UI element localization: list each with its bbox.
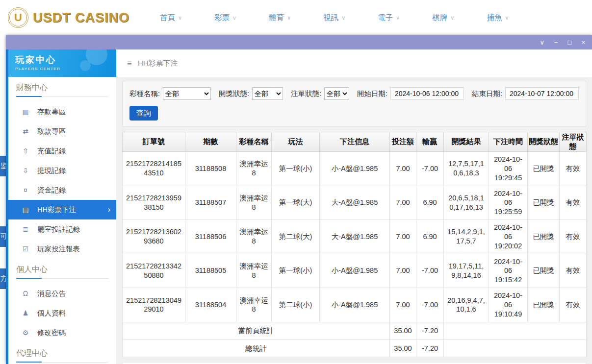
cell-period: 31188507 (185, 186, 236, 220)
start-date-input[interactable] (390, 87, 464, 100)
sidebar-item-withdraw-record[interactable]: ⇩提現記錄 (8, 161, 116, 180)
page-summary-empty (444, 322, 587, 340)
cell-play-type: 第一球(小) (272, 254, 320, 288)
draw-status-label: 開獎狀態: (219, 89, 249, 98)
page-summary-bet-amount: 35.00 (390, 322, 416, 340)
recharge-record-icon: ⇧ (21, 147, 30, 155)
table-row: 2152172821360293680 31188506 澳洲幸运8 第二球(大… (123, 220, 587, 254)
total-summary-row: 總統計 35.00 -7.20 (123, 340, 587, 357)
cell-play-type: 第二球(小) (272, 288, 320, 322)
cell-bet-time: 2024-10-06 19:20:02 (489, 220, 528, 254)
sidebar-header: 玩家中心 PLAYERS CENTER (8, 49, 116, 77)
order-status-select[interactable]: 全部 (324, 87, 349, 100)
chevron-down-icon: ∨ (232, 15, 236, 21)
withdraw-record-icon: ⇩ (21, 167, 30, 174)
page-summary-win-loss: -7.20 (416, 322, 444, 340)
filter-panel: 彩種名稱: 全部 開獎狀態: 全部 注單狀態: 全部 開始日期: 結束日期: 查… (122, 81, 586, 127)
page-summary-row: 當前頁統計 35.00 -7.20 (123, 322, 587, 340)
search-button[interactable]: 查詢 (129, 106, 158, 121)
content-area: 彩種名稱: 全部 開獎狀態: 全部 注單狀態: 全部 開始日期: 結束日期: 查… (116, 78, 592, 364)
sidebar-item-player-report[interactable]: ☑玩家投注報表 (8, 239, 116, 259)
profile-user-icon: ♟ (21, 309, 30, 317)
cell-order-status: 有效 (560, 220, 587, 254)
sidebar-item-label: 玩家投注報表 (37, 244, 80, 254)
sidebar-item-label: 資金記錄 (37, 186, 66, 195)
window-chevron-icon[interactable]: ∨ (540, 39, 544, 46)
cell-bet-amount: 7.00 (390, 220, 416, 254)
sidebar-item-funds-record[interactable]: ¤資金記錄 (8, 180, 116, 200)
col-header-lottery-name: 彩種名稱 (236, 132, 272, 152)
sidebar-item-recharge-record[interactable]: ⇧充值記錄 (8, 141, 116, 161)
table-footer: 每頁顯示20條 共5条 首页 上一页 1 下一页 第 页 跳转 (122, 362, 586, 364)
cell-bet-info: 大-A盤@1.985 (320, 220, 390, 254)
order-status-label: 注單狀態: (291, 89, 321, 98)
edge-floating-tab[interactable]: 监 (0, 156, 6, 176)
start-date-label: 開始日期: (357, 89, 387, 98)
window-close-icon[interactable]: × (581, 39, 585, 46)
sidebar-item-room-bet-record[interactable]: ≣廳室投註記錄 (8, 219, 116, 239)
cell-period: 31188506 (185, 220, 236, 254)
nav-item-home[interactable]: 首頁∨ (160, 13, 182, 23)
sidebar-item-withdraw-area[interactable]: ⇄取款專區 (8, 121, 116, 141)
edge-floating-tab[interactable]: 方 (0, 268, 6, 289)
hamburger-menu-icon[interactable]: ≡ (127, 59, 132, 69)
window-maximize-icon[interactable]: □ (568, 39, 572, 46)
sidebar-item-announcements[interactable]: Ω消息公告 (8, 284, 116, 303)
sidebar-item-change-password[interactable]: ⚙修改密碼 (8, 323, 116, 342)
cell-bet-info: 小-A盤@1.985 (320, 288, 390, 322)
col-header-period: 期數 (185, 132, 236, 152)
col-header-bet-info: 下注信息 (320, 132, 390, 152)
nav-label: 體育 (269, 13, 284, 23)
cell-lottery-name: 澳洲幸运8 (236, 152, 272, 186)
cell-bet-info: 小-A盤@1.985 (320, 152, 390, 186)
sidebar-item-deposit[interactable]: ▦存款專區 (8, 102, 116, 121)
edge-tab-label: 监 (0, 162, 6, 170)
section-heading-agent: 代理中心 (16, 348, 108, 363)
cell-lottery-name: 澳洲幸运8 (236, 254, 272, 288)
cell-win-loss: 6.90 (416, 186, 444, 220)
window-titlebar[interactable]: ∨ − □ × (6, 35, 592, 49)
lottery-name-select[interactable]: 全部 (163, 87, 211, 100)
cell-draw-status: 已開獎 (528, 152, 560, 186)
nav-item-lottery[interactable]: 彩票∨ (214, 13, 236, 23)
nav-item-live[interactable]: 視訊∨ (323, 13, 345, 23)
cell-draw-result: 20,6,5,18,10,17,16,13 (444, 186, 489, 220)
col-header-draw-result: 開獎結果 (444, 132, 489, 152)
funds-record-icon: ¤ (21, 186, 30, 194)
cell-order-status: 有效 (560, 288, 587, 322)
nav-item-slots[interactable]: 電子∨ (378, 13, 400, 23)
filter-row: 彩種名稱: 全部 開獎狀態: 全部 注單狀態: 全部 開始日期: 結束日期: (129, 87, 579, 100)
col-header-win-loss: 輸贏 (416, 132, 444, 152)
cell-draw-status: 已開獎 (528, 288, 560, 322)
sidebar-item-label: 充值記錄 (37, 146, 66, 156)
site-logo[interactable]: U USDT CASINO (8, 7, 129, 28)
sidebar-title: 玩家中心 (15, 54, 116, 66)
cell-draw-result: 19,17,5,11,9,8,14,16 (444, 254, 489, 288)
cell-bet-amount: 7.00 (390, 186, 416, 220)
draw-status-select[interactable]: 全部 (252, 87, 283, 100)
room-bet-record-icon: ≣ (21, 225, 30, 233)
sidebar-item-label: 取款專區 (37, 127, 66, 136)
sidebar-subtitle: PLAYERS CENTER (15, 67, 116, 71)
nav-label: 電子 (378, 13, 393, 23)
end-date-label: 結束日期: (472, 89, 502, 98)
window-minimize-icon[interactable]: − (554, 39, 558, 46)
col-header-play-type: 玩法 (272, 132, 320, 152)
bet-records-table: 訂單號 期數 彩種名稱 玩法 下注信息 投注額 輸贏 開獎結果 下注時間 開獎狀… (122, 132, 587, 357)
sidebar-item-profile[interactable]: ♟個人資料 (8, 303, 116, 323)
sidebar-item-hh-lottery-bet[interactable]: ▤HH彩票下注› (8, 200, 116, 219)
end-date-input[interactable] (505, 87, 579, 100)
sidebar-item-label: 廳室投註記錄 (37, 225, 80, 234)
cell-order-status: 有效 (560, 254, 587, 288)
cell-lottery-name: 澳洲幸运8 (236, 288, 272, 322)
cell-bet-info: 大-A盤@1.985 (320, 186, 390, 220)
cell-bet-amount: 7.00 (390, 254, 416, 288)
edge-floating-tab[interactable]: 可 (0, 226, 6, 247)
cell-bet-time: 2024-10-06 19:15:42 (489, 254, 528, 288)
nav-item-sports[interactable]: 體育∨ (269, 13, 291, 23)
col-header-bet-time: 下注時間 (489, 132, 528, 152)
window-body: 玩家中心 PLAYERS CENTER 財務中心 ▦存款專區 ⇄取款專區 ⇧充值… (6, 49, 592, 364)
nav-item-cards[interactable]: 棋牌∨ (432, 13, 454, 23)
nav-item-fishing[interactable]: 捕魚∨ (487, 13, 509, 23)
change-password-gear-icon: ⚙ (21, 329, 30, 337)
